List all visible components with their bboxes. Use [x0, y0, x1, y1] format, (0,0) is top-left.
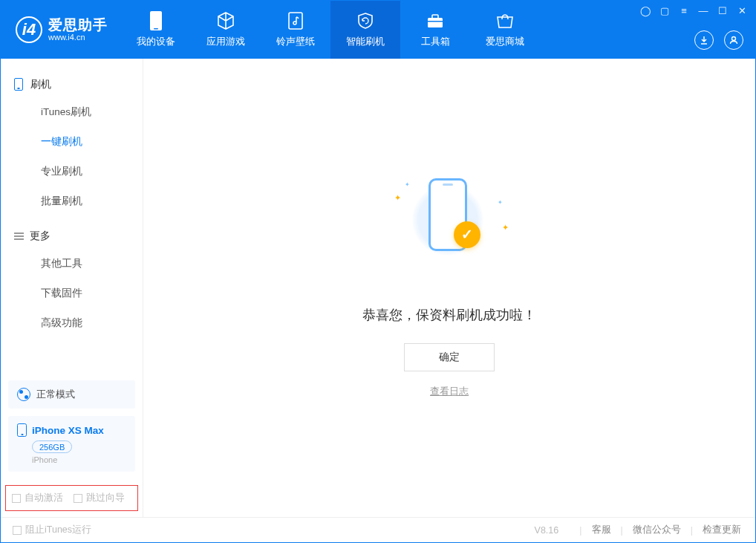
- sparkle-icon: ✦: [502, 223, 509, 233]
- nav-toolbox[interactable]: 工具箱: [400, 1, 470, 59]
- window-controls: ◯ ▢ ≡ ― ☐ ✕: [639, 5, 748, 16]
- svg-rect-5: [428, 21, 443, 22]
- sparkle-icon: ✦: [498, 199, 503, 206]
- svg-rect-1: [154, 28, 158, 30]
- close-button[interactable]: ✕: [736, 5, 748, 16]
- checkmark-badge-icon: ✓: [454, 221, 480, 248]
- group-title-label: 更多: [30, 230, 50, 243]
- device-type-label: iPhone: [32, 455, 126, 464]
- checkbox-block-itunes[interactable]: 阻止iTunes运行: [13, 524, 91, 536]
- view-log-link[interactable]: 查看日志: [430, 385, 469, 398]
- app-footer: 阻止iTunes运行 V8.16 | 客服 | 微信公众号 | 检查更新: [1, 517, 755, 542]
- svg-rect-0: [150, 11, 162, 30]
- menu-icon[interactable]: ≡: [678, 5, 690, 16]
- mode-icon: [17, 388, 30, 401]
- store-icon: [495, 11, 515, 30]
- nav-label: 铃声壁纸: [276, 35, 315, 48]
- checkbox-skip-guide[interactable]: 跳过向导: [74, 492, 125, 504]
- maximize-button[interactable]: ☐: [717, 5, 729, 16]
- sidebar-item-pro-flash[interactable]: 专业刷机: [1, 157, 143, 186]
- svg-rect-3: [428, 18, 443, 27]
- header-right-icons: [694, 30, 743, 50]
- app-subtitle: www.i4.cn: [48, 33, 108, 42]
- version-label: V8.16: [535, 525, 559, 536]
- ok-button[interactable]: 确定: [404, 343, 495, 371]
- minimize-button[interactable]: ―: [697, 5, 709, 16]
- nav-apps-games[interactable]: 应用游戏: [191, 1, 261, 59]
- music-file-icon: [286, 11, 305, 30]
- shirt-icon[interactable]: ◯: [639, 5, 651, 16]
- app-title: 爱思助手: [48, 18, 108, 33]
- nav-label: 工具箱: [421, 35, 450, 48]
- download-icon[interactable]: [694, 30, 714, 50]
- sidebar-item-batch-flash[interactable]: 批量刷机: [1, 186, 143, 216]
- sidebar-group-flash: 刷机: [1, 72, 143, 97]
- device-storage-badge: 256GB: [32, 440, 72, 453]
- logo-text: 爱思助手 www.i4.cn: [48, 18, 108, 42]
- checkbox-label: 自动激活: [25, 492, 63, 504]
- nav-label: 智能刷机: [346, 35, 385, 48]
- checkbox-box-icon: [13, 526, 22, 535]
- checkbox-auto-activate[interactable]: 自动激活: [12, 492, 63, 504]
- device-icon: [146, 11, 166, 30]
- sidebar-item-itunes-flash[interactable]: iTunes刷机: [1, 97, 143, 127]
- nav-label: 爱思商城: [486, 35, 524, 48]
- phone-outline-icon: [14, 78, 25, 91]
- checkbox-box-icon: [12, 494, 21, 503]
- sidebar-item-advanced[interactable]: 高级功能: [1, 308, 143, 338]
- svg-rect-4: [432, 15, 438, 19]
- sidebar: 刷机 iTunes刷机 一键刷机 专业刷机 批量刷机 更多 其他工具 下载固件 …: [1, 59, 143, 517]
- checkbox-label: 阻止iTunes运行: [25, 524, 91, 536]
- checkbox-box-icon: [74, 494, 82, 503]
- nav-label: 应用游戏: [206, 35, 245, 48]
- nav-label: 我的设备: [137, 35, 175, 48]
- sidebar-group-more: 更多: [1, 224, 143, 249]
- success-illustration: ✓ ✦ ✦ ✦ ✦: [397, 178, 501, 290]
- sidebar-item-download-firmware[interactable]: 下载固件: [1, 279, 143, 308]
- nav-my-device[interactable]: 我的设备: [121, 1, 191, 59]
- footer-link-update[interactable]: 检查更新: [700, 524, 743, 536]
- logo-icon: i4: [16, 16, 42, 43]
- nav-smart-flash[interactable]: 智能刷机: [330, 1, 400, 59]
- device-name-row: iPhone XS Max: [17, 423, 126, 437]
- device-phone-icon: [17, 423, 27, 437]
- footer-link-service[interactable]: 客服: [590, 524, 613, 536]
- main-content: ✓ ✦ ✦ ✦ ✦ 恭喜您，保资料刷机成功啦！ 确定 查看日志: [143, 59, 755, 517]
- mode-indicator[interactable]: 正常模式: [8, 380, 135, 409]
- main-nav: 我的设备 应用游戏 铃声壁纸 智能刷机 工具箱 爱思商城: [121, 1, 540, 59]
- user-icon[interactable]: [724, 30, 743, 50]
- sparkle-icon: ✦: [405, 181, 410, 188]
- highlighted-options: 自动激活 跳过向导: [5, 485, 138, 511]
- nav-ringtones[interactable]: 铃声壁纸: [261, 1, 330, 59]
- toolbox-icon: [426, 11, 445, 30]
- device-name-label: iPhone XS Max: [32, 425, 104, 436]
- feedback-icon[interactable]: ▢: [659, 5, 671, 16]
- svg-rect-2: [289, 13, 302, 29]
- svg-point-6: [732, 37, 736, 41]
- mode-label: 正常模式: [36, 388, 75, 401]
- app-header: i4 爱思助手 www.i4.cn 我的设备 应用游戏 铃声壁纸 智能刷机 工具…: [1, 1, 755, 59]
- success-message: 恭喜您，保资料刷机成功啦！: [362, 306, 536, 324]
- group-title-label: 刷机: [30, 78, 51, 91]
- checkbox-label: 跳过向导: [86, 492, 125, 504]
- refresh-shield-icon: [356, 11, 375, 30]
- device-card[interactable]: iPhone XS Max 256GB iPhone: [8, 416, 135, 472]
- list-icon: [14, 233, 24, 239]
- cube-icon: [216, 11, 235, 30]
- logo-area: i4 爱思助手 www.i4.cn: [1, 16, 121, 43]
- sidebar-item-other-tools[interactable]: 其他工具: [1, 249, 143, 279]
- app-body: 刷机 iTunes刷机 一键刷机 专业刷机 批量刷机 更多 其他工具 下载固件 …: [1, 59, 755, 517]
- nav-store[interactable]: 爱思商城: [470, 1, 540, 59]
- sparkle-icon: ✦: [394, 193, 401, 203]
- sidebar-item-oneclick-flash[interactable]: 一键刷机: [1, 127, 143, 157]
- footer-link-wechat[interactable]: 微信公众号: [630, 524, 683, 536]
